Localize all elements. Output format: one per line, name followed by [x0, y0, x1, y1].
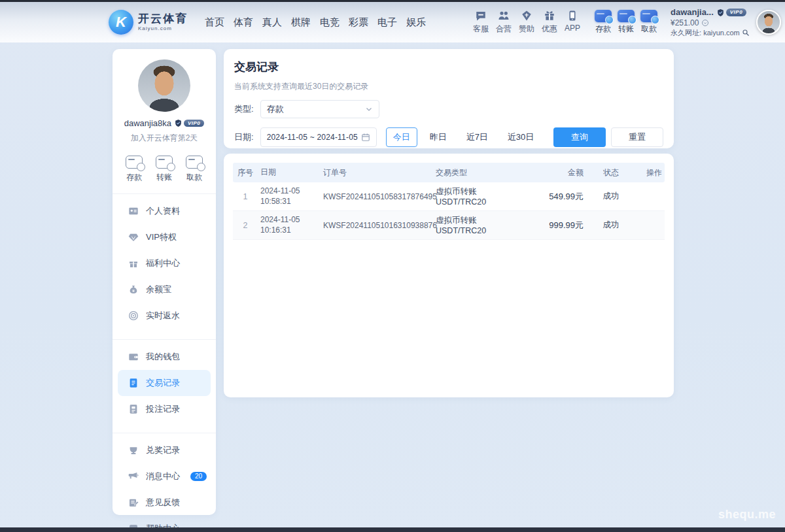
- sidebar-item-rebate[interactable]: 实时返水: [113, 303, 216, 329]
- transfer-outline-icon: [156, 156, 173, 169]
- avatar[interactable]: [138, 59, 190, 112]
- nav-item-cards[interactable]: 棋牌: [291, 16, 311, 29]
- partners-icon: [498, 10, 510, 22]
- sidebar-item-feedback[interactable]: 意见反馈: [113, 490, 216, 516]
- nav-item-home[interactable]: 首页: [205, 16, 224, 29]
- cell-date-time: 10:58:31: [260, 197, 291, 206]
- type-filter-row: 类型: 存款: [234, 100, 663, 118]
- sidebar-item-label: 福利中心: [146, 258, 180, 269]
- sidebar-item-welfare[interactable]: 福利中心: [113, 250, 216, 276]
- page-title: 交易记录: [234, 59, 663, 75]
- col-header-index: 序号: [233, 167, 258, 178]
- table-row[interactable]: 2 2024-11-0510:16:31 KWSF202411051016310…: [233, 211, 665, 240]
- app-download-button[interactable]: APP: [565, 10, 580, 35]
- refresh-balance-icon[interactable]: [701, 19, 709, 27]
- cell-date: 2024-11-0510:58:31: [258, 186, 321, 207]
- partnership-button[interactable]: 合营: [496, 10, 512, 35]
- quick-action-label: 存款: [126, 172, 142, 183]
- col-header-order: 订单号: [321, 167, 433, 178]
- nav-item-lottery[interactable]: 彩票: [349, 16, 368, 29]
- range-30days-button[interactable]: 近30日: [500, 127, 541, 147]
- chat-icon: [475, 10, 487, 22]
- rebate-icon: [128, 310, 139, 321]
- avatar[interactable]: [756, 10, 781, 35]
- permanent-url-label: 永久网址: kaiyun.com: [671, 28, 740, 37]
- unread-count-badge: 20: [190, 472, 207, 481]
- sidebar-item-transactions[interactable]: 交易记录: [118, 370, 211, 396]
- nav-item-esports[interactable]: 电竞: [320, 16, 340, 29]
- sidebar-item-label: 余额宝: [146, 284, 171, 295]
- col-header-status: 状态: [586, 167, 636, 178]
- col-header-date: 日期: [258, 167, 321, 178]
- cell-transaction-type: 虚拟币转账USDT/TRC20: [433, 215, 523, 235]
- transfer-button[interactable]: 转账: [618, 10, 635, 35]
- cell-order-no: KWSF202411051016310938876: [321, 221, 433, 230]
- sponsor-button[interactable]: 赞助: [519, 10, 534, 35]
- query-button[interactable]: 查询: [553, 127, 606, 147]
- nav-item-live[interactable]: 真人: [262, 16, 282, 29]
- site-logo[interactable]: K 开云体育 Kaiyun.com: [109, 10, 188, 35]
- customer-service-button[interactable]: 客服: [473, 10, 489, 35]
- table-header-row: 序号 日期 订单号 交易类型 金额 状态 操作: [233, 163, 665, 182]
- sidebar-item-prizes[interactable]: 兑奖记录: [113, 437, 216, 463]
- utility-label: 赞助: [519, 24, 534, 35]
- quick-withdraw-button[interactable]: 取款: [186, 156, 203, 183]
- cell-status: 成功: [586, 220, 636, 231]
- cell-status: 成功: [586, 191, 636, 202]
- vip-badge: VIP0: [716, 8, 746, 17]
- type-select-value: 存款: [267, 103, 365, 115]
- sponsor-icon: [521, 10, 532, 22]
- range-today-button[interactable]: 今日: [386, 127, 417, 147]
- sidebar: dawanjia8ka VIP0 加入开云体育第2天 存款 转账 取款 个人资料…: [113, 49, 216, 515]
- username: dawanjia8ka: [124, 118, 171, 128]
- profile-block: dawanjia8ka VIP0 加入开云体育第2天: [113, 59, 216, 144]
- sidebar-item-yuebao[interactable]: 余额宝: [113, 276, 216, 303]
- date-range-input[interactable]: 2024-11-05 ~ 2024-11-05: [260, 127, 377, 147]
- col-header-amount: 金额: [523, 167, 586, 178]
- range-7days-button[interactable]: 近7日: [459, 127, 495, 147]
- sidebar-item-label: 我的钱包: [146, 351, 180, 363]
- type-select[interactable]: 存款: [260, 100, 379, 118]
- date-filter-row: 日期: 2024-11-05 ~ 2024-11-05 今日 昨日 近7日 近3…: [234, 127, 663, 147]
- watermark: shequ.me: [718, 508, 776, 522]
- divider: [113, 193, 216, 194]
- wallet-icon: [128, 352, 139, 362]
- quick-action-label: 转账: [156, 172, 172, 183]
- cell-date-time: 10:16:31: [260, 225, 291, 235]
- wallet-label: 取款: [641, 24, 657, 35]
- col-header-type: 交易类型: [433, 167, 523, 178]
- cell-date-day: 2024-11-05: [260, 215, 300, 224]
- user-info-block: dawanjia... VIP0 ¥251.00 永久网址: kaiyun.co…: [671, 7, 750, 38]
- range-yesterday-button[interactable]: 昨日: [423, 127, 454, 147]
- wallet-nav: 存款 转账 取款: [595, 10, 657, 35]
- top-navbar: K 开云体育 Kaiyun.com 首页 体育 真人 棋牌 电竞 彩票 电子 娱…: [0, 2, 785, 42]
- sidebar-item-profile[interactable]: 个人资料: [113, 198, 216, 224]
- nav-item-entertainment[interactable]: 娱乐: [406, 16, 426, 29]
- logo-monogram-icon: K: [109, 10, 133, 35]
- username-top[interactable]: dawanjia...: [671, 7, 714, 18]
- quick-deposit-button[interactable]: 存款: [126, 156, 143, 183]
- balance-amount: ¥251.00: [671, 18, 699, 29]
- nav-item-slots[interactable]: 电子: [377, 16, 397, 29]
- welfare-gift-icon: [128, 258, 139, 269]
- sidebar-item-wallet[interactable]: 我的钱包: [113, 344, 216, 370]
- quick-action-label: 取款: [186, 172, 202, 183]
- withdraw-button[interactable]: 取款: [640, 10, 657, 35]
- sidebar-item-label: 个人资料: [146, 205, 180, 217]
- sidebar-item-messages[interactable]: 消息中心 20: [113, 463, 216, 490]
- table-row[interactable]: 1 2024-11-0510:58:31 KWSF202411051058317…: [233, 182, 665, 211]
- deposit-button[interactable]: 存款: [595, 10, 612, 35]
- promotions-button[interactable]: 优惠: [542, 10, 557, 35]
- reset-button[interactable]: 重置: [611, 127, 663, 147]
- vip-level-pill: VIP0: [184, 120, 204, 127]
- nav-item-sports[interactable]: 体育: [234, 16, 253, 29]
- sidebar-item-vip[interactable]: VIP特权: [113, 224, 216, 250]
- vip-badge: VIP0: [174, 119, 204, 127]
- utility-nav: 客服 合营 赞助 优惠 APP: [473, 10, 580, 35]
- vip-level-pill: VIP0: [726, 8, 746, 16]
- quick-transfer-button[interactable]: 转账: [156, 156, 173, 183]
- deposit-card-icon: [595, 10, 612, 22]
- sidebar-item-label: 实时返水: [146, 310, 180, 322]
- sidebar-item-bets[interactable]: 投注记录: [113, 396, 216, 422]
- magnifier-icon[interactable]: [742, 29, 750, 37]
